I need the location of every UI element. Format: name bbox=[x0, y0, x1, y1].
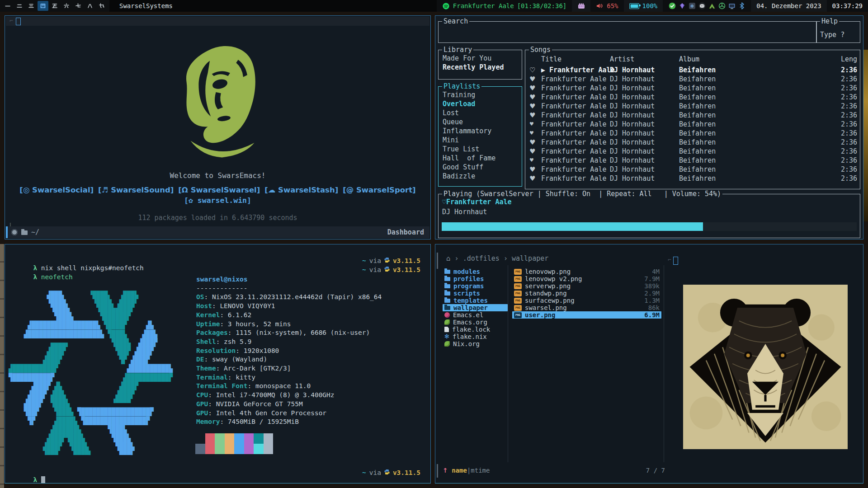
fm-dir-row[interactable]: programs bbox=[443, 282, 508, 290]
heart-icon[interactable]: ♥ bbox=[529, 111, 541, 120]
library-item-made-for-you[interactable]: Made For You bbox=[443, 54, 520, 63]
song-artist: DJ Hornhaut bbox=[610, 111, 679, 120]
library-item-recently-played[interactable]: Recently Played bbox=[443, 63, 520, 72]
song-row[interactable]: ♥Frankfurter AaleDJ HornhautBeifahren2:3… bbox=[529, 165, 857, 174]
heart-icon[interactable]: ♥ bbox=[529, 129, 541, 138]
bluetooth-icon[interactable] bbox=[738, 2, 745, 10]
song-row[interactable]: ♥Frankfurter AaleDJ HornhautBeifahren2:3… bbox=[529, 156, 857, 165]
gem-icon[interactable] bbox=[678, 2, 686, 10]
playlist-item-lost[interactable]: Lost bbox=[443, 108, 520, 117]
fm-dir-row[interactable]: wallpaper bbox=[443, 304, 508, 311]
info-value: : 1115 (nix-system), 6686 (nix-user) bbox=[228, 329, 370, 336]
workspace-六[interactable] bbox=[61, 1, 72, 11]
song-row[interactable]: ♥Frankfurter AaleDJ HornhautBeifahren2:3… bbox=[529, 120, 857, 129]
fm-file-row[interactable]: PNGstandwp.png2.9M bbox=[512, 290, 661, 297]
playlist-item-queue[interactable]: Queue bbox=[443, 117, 520, 127]
palette-swatch bbox=[215, 444, 225, 454]
playlist-item-good-stuff[interactable]: Good Stuff bbox=[443, 163, 520, 172]
breadcrumb[interactable]: ⌂ › .dotfiles › wallpaper bbox=[446, 254, 548, 263]
heart-icon[interactable]: ♥ bbox=[529, 174, 541, 183]
heart-icon[interactable]: ♥ bbox=[529, 156, 541, 165]
song-row[interactable]: ♡▶ Frankfurter AaleDJ HornhautBeifahren2… bbox=[529, 66, 857, 75]
link-swarselsport[interactable]: [@ SwarselSport] bbox=[343, 186, 415, 194]
breadcrumb-part[interactable]: wallpaper bbox=[512, 254, 548, 263]
discord-icon[interactable] bbox=[698, 2, 706, 10]
playlist-item-badizzle[interactable]: Badizzle bbox=[443, 172, 520, 181]
song-row[interactable]: ♥Frankfurter AaleDJ HornhautBeifahren2:3… bbox=[529, 111, 857, 120]
heart-icon[interactable]: ♥ bbox=[529, 75, 541, 84]
playlist-item-overload[interactable]: Overload bbox=[443, 99, 520, 108]
fm-file-row[interactable]: PNGsurfacewp.png1.3M bbox=[512, 297, 661, 304]
song-row[interactable]: ♥Frankfurter AaleDJ HornhautBeifahren2:3… bbox=[529, 129, 857, 138]
song-row[interactable]: ♥Frankfurter AaleDJ HornhautBeifahren2:3… bbox=[529, 147, 857, 156]
fm-dir-row[interactable]: profiles bbox=[443, 275, 508, 282]
sort-key[interactable]: name bbox=[452, 467, 467, 474]
playlist-item-hall-of-fame[interactable]: Hall of Fame bbox=[443, 154, 520, 163]
fm-dir-row[interactable]: Nix.org bbox=[443, 340, 508, 347]
fm-file-row[interactable]: PNGswarsel.png86k bbox=[512, 304, 661, 311]
workspace-三[interactable] bbox=[26, 1, 37, 11]
link-swarselsocial[interactable]: [◎ SwarselSocial] bbox=[19, 186, 94, 194]
seek-bar[interactable] bbox=[442, 222, 857, 231]
workspace-七[interactable] bbox=[73, 1, 84, 11]
palette-swatch bbox=[195, 433, 205, 444]
link-swarselsound[interactable]: [♬ SwarselSound] bbox=[98, 186, 174, 194]
fm-file-row[interactable]: PNGuser.png6.9M bbox=[512, 311, 661, 319]
fm-file-row[interactable]: PNGserverwp.png389k bbox=[512, 282, 661, 290]
search-input[interactable] bbox=[440, 23, 801, 41]
heart-icon[interactable]: ♥ bbox=[529, 102, 541, 111]
now-playing-widget[interactable]: Frankfurter Aale[01:38/02:36] bbox=[437, 0, 572, 12]
fm-dir-row[interactable]: flake.lock bbox=[443, 326, 508, 333]
link-swarselswarsel[interactable]: [Ω SwarselSwarsel] bbox=[178, 186, 260, 194]
sort-direction-icon[interactable]: ↑ bbox=[443, 467, 448, 474]
battery-widget[interactable]: 100% bbox=[624, 0, 663, 12]
fm-dir-row[interactable]: ✻flake.nix bbox=[443, 333, 508, 340]
workspace-四[interactable] bbox=[38, 1, 48, 11]
playlist-item-mini[interactable]: Mini bbox=[443, 136, 520, 145]
fm-dir-row[interactable]: modules bbox=[443, 268, 508, 275]
wheel-icon[interactable] bbox=[718, 2, 726, 10]
sort-secondary-key[interactable]: mtime bbox=[471, 467, 490, 474]
keyboard-widget[interactable] bbox=[572, 0, 590, 12]
check-icon[interactable] bbox=[668, 2, 676, 10]
nix-icon[interactable]: ✻ bbox=[688, 2, 696, 10]
heart-icon[interactable]: ♥ bbox=[529, 147, 541, 156]
song-row[interactable]: ♥Frankfurter AaleDJ HornhautBeifahren2:3… bbox=[529, 84, 857, 93]
workspace-八[interactable] bbox=[85, 1, 95, 11]
song-row[interactable]: ♥Frankfurter AaleDJ HornhautBeifahren2:3… bbox=[529, 93, 857, 102]
link-swarselstash[interactable]: [☁ SwarselStash] bbox=[264, 186, 338, 194]
song-row[interactable]: ♥Frankfurter AaleDJ HornhautBeifahren2:3… bbox=[529, 75, 857, 84]
workspace-五[interactable] bbox=[49, 1, 60, 11]
workspace-九[interactable] bbox=[96, 1, 107, 11]
scroll-indicator[interactable] bbox=[437, 253, 438, 269]
workspace-一[interactable] bbox=[2, 1, 13, 11]
fm-file-row[interactable]: PNGlenovowp_v2.png7.9M bbox=[512, 275, 661, 282]
song-row[interactable]: ♥Frankfurter AaleDJ HornhautBeifahren2:3… bbox=[529, 174, 857, 183]
song-row[interactable]: ♥Frankfurter AaleDJ HornhautBeifahren2:3… bbox=[529, 138, 857, 147]
song-row[interactable]: ♥Frankfurter AaleDJ HornhautBeifahren2:3… bbox=[529, 102, 857, 111]
playlist-item-true-list[interactable]: True List bbox=[443, 145, 520, 154]
home-icon[interactable]: ⌂ bbox=[446, 254, 451, 263]
volume-widget[interactable]: 65% bbox=[590, 0, 623, 12]
palette-swatch bbox=[264, 444, 274, 454]
heart-icon[interactable]: ♡ bbox=[529, 66, 541, 75]
link-swarsel-win[interactable]: [✿ swarsel.win] bbox=[5, 196, 430, 205]
playlist-item-inflammatory[interactable]: Inflammatory bbox=[443, 127, 520, 136]
fm-dir-row[interactable]: Emacs.el bbox=[443, 311, 508, 319]
playlist-item-training[interactable]: Training bbox=[443, 90, 520, 99]
heart-icon[interactable]: ♥ bbox=[529, 93, 541, 102]
fm-dir-row[interactable]: scripts bbox=[443, 290, 508, 297]
heart-icon[interactable]: ♥ bbox=[529, 138, 541, 147]
heart-icon[interactable]: ♥ bbox=[529, 120, 541, 129]
fm-file-row[interactable]: PNGlenovowp.png4M bbox=[512, 268, 661, 275]
fm-dir-row[interactable]: templates bbox=[443, 297, 508, 304]
fm-dir-row[interactable]: Emacs.org bbox=[443, 319, 508, 326]
heart-icon[interactable]: ♥ bbox=[529, 84, 541, 93]
heart-icon[interactable]: ♥ bbox=[529, 165, 541, 174]
scroll-indicator[interactable] bbox=[437, 464, 438, 478]
breadcrumb-part[interactable]: .dotfiles bbox=[463, 254, 500, 263]
file-count: 7 / 7 bbox=[519, 467, 665, 474]
workspace-二[interactable] bbox=[14, 1, 25, 11]
tent-icon[interactable] bbox=[708, 2, 716, 10]
display-icon[interactable] bbox=[728, 2, 736, 10]
